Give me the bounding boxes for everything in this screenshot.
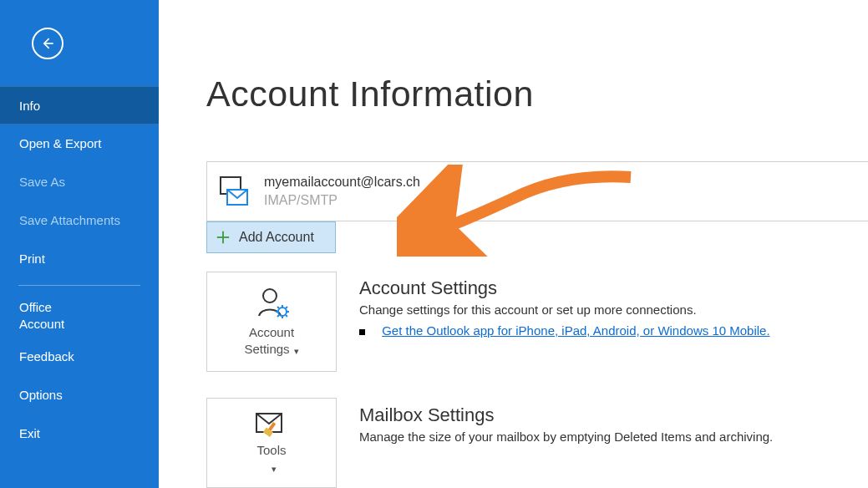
card-label: Tools ▾ — [256, 442, 286, 476]
sidebar-item-label: Options — [19, 388, 63, 402]
sidebar-item-label: Save As — [19, 175, 65, 189]
card-label: Account Settings▾ — [244, 324, 298, 358]
sidebar-item-label: Feedback — [19, 349, 74, 363]
section-mailbox-settings: Mailbox Settings Manage the size of your… — [359, 404, 860, 444]
sidebar-separator — [18, 285, 140, 286]
section-desc: Manage the size of your mailbox by empty… — [359, 430, 860, 444]
sidebar-item-open-export[interactable]: Open & Export — [0, 125, 159, 163]
account-lines: myemailaccount@lcars.ch IMAP/SMTP — [264, 173, 420, 210]
section-desc: Change settings for this account or set … — [359, 302, 860, 317]
section-title: Account Settings — [359, 277, 860, 299]
back-row — [0, 0, 159, 86]
sidebar-item-options[interactable]: Options — [0, 376, 159, 414]
person-gear-icon — [253, 284, 290, 321]
account-icon — [217, 175, 251, 208]
sidebar-item-label: Save Attachments — [19, 213, 120, 227]
svg-line-14 — [286, 307, 287, 308]
account-email: myemailaccount@lcars.ch — [264, 173, 420, 191]
add-account-label: Add Account — [239, 230, 314, 245]
outlook-app-link[interactable]: Get the Outlook app for iPhone, iPad, An… — [382, 323, 769, 338]
svg-point-5 — [263, 289, 277, 302]
svg-point-6 — [278, 308, 287, 316]
sidebar-item-label: Open & Export — [19, 136, 101, 150]
sidebar-item-label: OfficeAccount — [19, 300, 64, 331]
account-selector[interactable]: myemailaccount@lcars.ch IMAP/SMTP — [206, 161, 868, 221]
sidebar-item-print[interactable]: Print — [0, 240, 159, 278]
main-panel: Account Information myemailaccount@lcars… — [159, 0, 868, 488]
sidebar-item-save-as: Save As — [0, 163, 159, 201]
backstage-sidebar: Info Open & Export Save As Save Attachme… — [0, 0, 159, 488]
chevron-down-icon: ▾ — [294, 346, 299, 356]
svg-line-13 — [277, 315, 279, 317]
section-account-settings: Account Settings Change settings for thi… — [359, 277, 860, 338]
arrow-left-icon — [39, 35, 56, 52]
bullet-icon — [359, 329, 365, 335]
account-type: IMAP/SMTP — [264, 191, 420, 210]
tools-button[interactable]: Tools ▾ — [206, 398, 337, 488]
sidebar-item-label: Exit — [19, 426, 40, 440]
sidebar-item-exit[interactable]: Exit — [0, 414, 159, 453]
bullet-row: Get the Outlook app for iPhone, iPad, An… — [359, 323, 860, 338]
page-title: Account Information — [206, 74, 534, 114]
svg-line-12 — [286, 315, 287, 317]
sidebar-item-label: Print — [19, 252, 45, 266]
sidebar-item-info[interactable]: Info — [0, 86, 159, 125]
sidebar-item-feedback[interactable]: Feedback — [0, 338, 159, 376]
sidebar-item-label: Info — [19, 99, 40, 113]
section-title: Mailbox Settings — [359, 404, 860, 426]
back-button[interactable] — [32, 28, 63, 59]
chevron-down-icon: ▾ — [272, 464, 277, 474]
sidebar-item-office-account[interactable]: OfficeAccount — [0, 294, 159, 338]
account-settings-button[interactable]: Account Settings▾ — [206, 272, 337, 372]
plus-icon — [216, 230, 231, 245]
add-account-button[interactable]: Add Account — [206, 221, 336, 253]
svg-line-11 — [277, 307, 279, 308]
sidebar-item-save-attachments: Save Attachments — [0, 201, 159, 240]
mailbox-broom-icon — [253, 409, 290, 439]
